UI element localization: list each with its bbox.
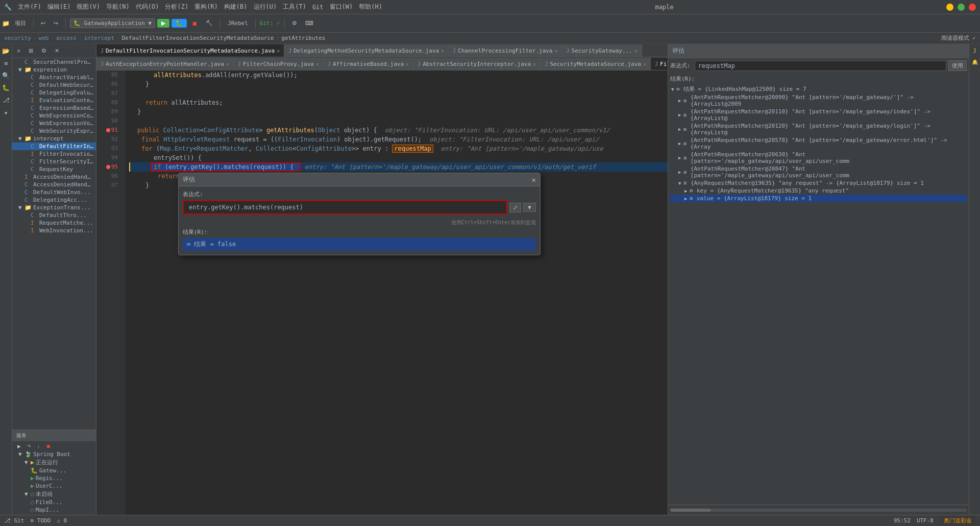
notstarted-item[interactable]: ▼ ○ 未启动 <box>12 490 96 498</box>
git-status-btn[interactable]: ⎇ Git <box>4 517 24 524</box>
sidebar-item-accessdenied[interactable]: I AccessDeniedHandler <box>12 173 96 181</box>
sidebar-item-exprbased[interactable]: C ExpressionBasedFilterInvocationSecurit… <box>12 104 96 112</box>
terminal-button[interactable]: ⌨ <box>302 19 316 28</box>
sidebar-item-evalcontext[interactable]: I EvaluationContextPostProcessor <box>12 97 96 104</box>
settings-sidebar-button[interactable]: ⚙ <box>38 46 50 55</box>
sidebar-item-filtersec[interactable]: C FilterSecurityInterceptor <box>12 158 96 165</box>
structure-icon-btn[interactable]: ≡ <box>1 58 11 68</box>
sidebar-item-webexprvoter[interactable]: C WebExpressionVoter <box>12 119 96 127</box>
menu-file[interactable]: 文件(F) <box>18 3 41 11</box>
menu-git[interactable]: Git <box>312 4 324 11</box>
sidebar-item-filterinvoc[interactable]: I FilterInvocationSecurityMetadataSource <box>12 150 96 158</box>
jrebel-icon-btn[interactable]: J <box>970 46 979 55</box>
eval-dropdown-button[interactable]: ▼ <box>523 203 536 212</box>
stop-button[interactable]: ⏹ <box>189 19 201 28</box>
run-button[interactable]: ▶ <box>157 19 169 28</box>
sidebar-item-websecroot[interactable]: C WebSecurityExpressionRoot <box>12 127 96 135</box>
git-icon-btn[interactable]: ⎇ <box>1 95 11 105</box>
tab-close-abstractsec[interactable]: ✕ <box>533 61 536 67</box>
tab-abstractsec[interactable]: J AbstractSecurityInterceptor.java ✕ <box>413 58 541 70</box>
debug-popup-close-button[interactable]: ✕ <box>532 176 536 184</box>
sidebar-item-delegating[interactable]: C DelegatingEvaluationContext <box>12 89 96 97</box>
run-config[interactable]: 🐛 GatewayApplication ▼ <box>70 18 155 28</box>
file-item[interactable]: ○ FileO... <box>12 498 96 506</box>
sidebar-item-defaultweb[interactable]: C DefaultWebSecurityExpressionHandler <box>12 81 96 89</box>
eval-expression-input[interactable] <box>186 202 504 212</box>
scrollbar-thumb[interactable] <box>670 509 711 512</box>
settings-button[interactable]: ⚙ <box>289 19 300 28</box>
sidebar-item-requestkey[interactable]: C RequestKey <box>12 165 96 173</box>
tab-affirmative[interactable]: J AffirmativeBased.java ✕ <box>324 58 413 70</box>
tab-close-secmeta[interactable]: ✕ <box>643 61 646 67</box>
sidebar-item-requestmatch[interactable]: I RequestMatche... <box>12 219 96 227</box>
menu-edit[interactable]: 编辑(E) <box>47 3 71 11</box>
menu-tools[interactable]: 工具(T) <box>283 3 306 11</box>
menu-refactor[interactable]: 重构(R) <box>194 3 218 11</box>
sidebar-item-intercept[interactable]: ▼ 📁 intercept <box>12 135 96 142</box>
tab-close-defaultfilter[interactable]: ✕ <box>277 48 280 54</box>
sidebar-item-securechannel[interactable]: C SecureChannelProcessor <box>12 58 96 66</box>
step-into-button[interactable]: ↓ <box>34 443 43 450</box>
tree-root[interactable]: ▼ ∞ 结果 = {LinkedHashMap@12500} size = 7 <box>670 85 967 93</box>
tab-close-filterchain[interactable]: ✕ <box>316 61 319 67</box>
menu-navigate[interactable]: 导航(N) <box>106 3 130 11</box>
debug-icon-btn active[interactable]: 🐛 <box>1 83 11 93</box>
tab-close-secgateway[interactable]: ✕ <box>634 48 638 54</box>
menu-analyze[interactable]: 分析(Z) <box>165 3 188 11</box>
problems-btn[interactable]: ⚠ 0 <box>57 517 67 524</box>
springboot-item[interactable]: ▼ 🍃 Spring Boot <box>12 450 96 458</box>
running-item[interactable]: ▼ ▶ 正在运行 <box>12 458 96 467</box>
sidebar-item-exceptiontrans[interactable]: ▼ 📁 ExceptionTrans... <box>12 204 96 211</box>
breadcrumb-item-3[interactable]: intercept <box>84 35 114 41</box>
menu-help[interactable]: 帮助(H) <box>359 3 382 11</box>
tab-delegating[interactable]: J DelegatingMethodSecurityMetadataSource… <box>284 44 449 57</box>
notifications-icon-btn[interactable]: 🔔 <box>970 57 979 66</box>
gateway-item[interactable]: 🐛 Gatew... <box>12 467 96 474</box>
breadcrumb-item-2[interactable]: access <box>56 35 77 41</box>
tab-channel[interactable]: J ChannelProcessingFilter.java ✕ <box>449 44 562 57</box>
tree-node-5[interactable]: ▶ ≡ {AntPathRequestMatcher@20847} "Ant [… <box>670 165 967 179</box>
menu-view[interactable]: 视图(V) <box>77 3 100 11</box>
sidebar-item-delegatingacc[interactable]: C DelegatingAcc... <box>12 196 96 204</box>
menu-build[interactable]: 构建(B) <box>224 3 248 11</box>
resume-button[interactable]: ▶ <box>14 443 24 450</box>
tab-secmeta[interactable]: J SecurityMetadataSource.java ✕ <box>541 58 651 70</box>
close-sidebar-button[interactable]: ✕ <box>52 46 62 55</box>
code-editor[interactable]: 85 86 87 88 89 90 91 92 93 94 95 <box>96 70 668 515</box>
menu-run[interactable]: 运行(U) <box>254 3 277 11</box>
tree-node-1[interactable]: ▶ ≡ {AntPathRequestMatcher@20110} "Ant [… <box>670 108 967 122</box>
redo-button[interactable]: ↪ <box>51 19 61 28</box>
bookmark-icon-btn[interactable]: ★ <box>1 107 11 117</box>
close-button[interactable] <box>969 4 976 11</box>
sidebar-item-accessdeniedimpl[interactable]: C AccessDeniedHandlerImpl <box>12 181 96 188</box>
right-use-button[interactable]: 使用 <box>948 60 967 71</box>
maximize-button[interactable] <box>958 4 965 11</box>
tab-defaultfilter[interactable]: J DefaultFilterInvocationSecurityMetadat… <box>96 44 284 57</box>
encoding-indicator[interactable]: UTF-8 <box>917 517 934 524</box>
sidebar-item-webexprconfig[interactable]: C WebExpressionConfigAttribute <box>12 112 96 119</box>
regis-item[interactable]: ▶ Regis... <box>12 474 96 482</box>
breadcrumb-item-5[interactable]: getAttributes <box>281 35 325 41</box>
breadcrumb-item-0[interactable]: security <box>4 35 31 41</box>
build-button[interactable]: 🔨 <box>203 19 216 28</box>
tree-node-2[interactable]: ▶ ≡ {AntPathRequestMatcher@20120} "Ant [… <box>670 122 967 136</box>
breadcrumb-item-1[interactable]: web <box>39 35 49 41</box>
tree-node-4[interactable]: ▶ ≡ {AntPathRequestMatcher@20630} "Ant [… <box>670 151 967 165</box>
breadcrumb-item-4[interactable]: DefaultFilterInvocationSecurityMetadataS… <box>122 35 274 41</box>
scrollbar-track[interactable] <box>670 509 967 512</box>
tab-close-authexcept[interactable]: ✕ <box>226 61 229 67</box>
sidebar-item-webinvoc[interactable]: I WebInvocation... <box>12 227 96 234</box>
sidebar-item-defaultfilter[interactable]: C DefaultFilterInvocationSecurityMetadat… <box>12 142 96 150</box>
sidebar-item-defaultthro[interactable]: C DefaultThro... <box>12 211 96 219</box>
right-expr-input[interactable] <box>695 61 946 71</box>
tab-authexcept[interactable]: J AuthExceptionEntryPointHandler.java ✕ <box>96 58 234 70</box>
expand-button[interactable]: ⊞ <box>26 46 36 55</box>
menu-code[interactable]: 代码(O) <box>136 3 159 11</box>
eval-expand-button[interactable]: ⤢ <box>509 203 521 212</box>
project-icon-btn[interactable]: 📂 <box>1 46 11 56</box>
search-icon-btn[interactable]: 🔍 <box>1 70 11 81</box>
sidebar-item-abstractvar[interactable]: C AbstractVariableEvaluationContextPostP… <box>12 74 96 81</box>
minimize-button[interactable] <box>946 4 953 11</box>
tree-node-value[interactable]: ▶ ≡ value = {ArrayList@18179} size = 1 <box>670 195 967 202</box>
stop-debug-button[interactable]: ⏹ <box>43 443 54 450</box>
